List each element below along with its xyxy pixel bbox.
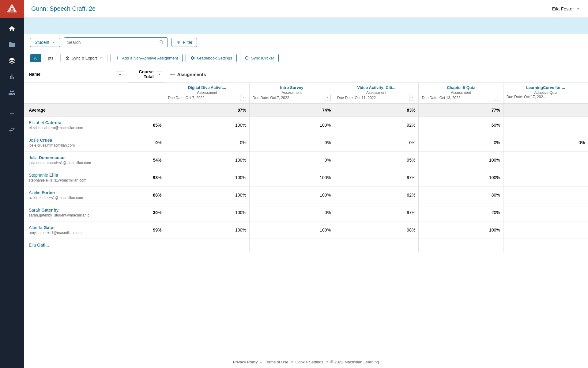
copyright-text: © 2022 Macmillan Learning — [330, 360, 379, 364]
student-course-total: 30% — [128, 204, 165, 221]
student-val-4 — [503, 221, 588, 239]
student-val-4 — [503, 169, 588, 186]
terms-of-use-link[interactable]: Terms of Use — [265, 360, 288, 364]
app-logo[interactable] — [0, 0, 24, 18]
privacy-policy-link[interactable]: Privacy Policy — [233, 360, 258, 364]
student-val-4 — [503, 116, 588, 134]
percent-button[interactable]: % — [30, 54, 41, 62]
gradebook-table: Name Course Total — [24, 66, 588, 252]
student-name-cell: Stephanie Ellisstephanie.ellis+s1@macmil… — [24, 169, 128, 186]
cookie-settings-link[interactable]: Cookie Settings — [296, 360, 323, 364]
student-val-3: 0% — [419, 134, 503, 151]
student-email: julia.domenicucci+s1@macmillan.com — [29, 161, 123, 165]
sidebar-item-layers[interactable] — [0, 53, 24, 69]
student-row: Stephanie Ellisstephanie.ellis+s1@macmil… — [24, 169, 588, 186]
sidebar-item-chart[interactable] — [0, 69, 24, 85]
avg-val-4 — [503, 104, 588, 117]
assignment-1-due: Due Date: Oct 7, 2022 — [253, 96, 289, 100]
student-val-2: 97% — [334, 204, 419, 221]
student-val-1: 100% — [249, 186, 334, 204]
student-name-cell: Alberta Gatoramy.haines+s1@macmillan.com — [24, 221, 128, 239]
sync-export-button[interactable]: Sync & Export — [60, 54, 107, 62]
student-val-0: 100% — [165, 116, 249, 134]
student-val-1: 0% — [249, 204, 334, 221]
student-dropdown-button[interactable]: Student — [30, 38, 60, 47]
sync-iclicker-button[interactable]: Sync iClicker — [240, 54, 279, 62]
avg-val-1: 74% — [249, 104, 334, 117]
add-assignment-button[interactable]: Add a Non-Achieve Assignment — [111, 54, 183, 62]
student-name-cell: Josie Crueajosie.cruea@macmillan.com — [24, 134, 128, 151]
student-first: Eila — [29, 243, 36, 247]
search-input[interactable] — [67, 40, 156, 45]
student-first: Julia — [29, 155, 38, 160]
user-menu[interactable]: Eila Foster — [552, 6, 581, 11]
assignment-1-sort-button[interactable] — [325, 95, 331, 101]
course-total-sort-button[interactable] — [157, 71, 162, 77]
assignment-0-type: Assessment — [168, 90, 246, 95]
student-val-0 — [165, 239, 249, 252]
assignment-4-title: LearningCurve for ... — [507, 85, 585, 90]
sidebar-item-people[interactable] — [0, 85, 24, 101]
add-icon — [115, 56, 120, 60]
student-course-total — [128, 239, 165, 252]
assignment-2-sort-button[interactable] — [409, 95, 415, 101]
filter-button[interactable]: Filter — [172, 38, 197, 47]
student-course-total: 98% — [128, 169, 165, 186]
sidebar-item-transfer[interactable] — [0, 122, 24, 138]
student-val-4 — [503, 151, 588, 169]
sidebar-item-add[interactable] — [0, 106, 24, 122]
student-val-3: 100% — [419, 221, 503, 239]
student-val-2: 62% — [334, 186, 419, 204]
student-last: Ellis — [49, 173, 58, 178]
assignment-col-2: Video Activity: Citi... Assessment Due D… — [334, 82, 419, 104]
student-course-total: 85% — [128, 116, 165, 134]
student-val-4: 0% — [503, 134, 588, 151]
student-row: Julia Domenicuccijulia.domenicucci+s1@ma… — [24, 151, 588, 169]
student-label: Student — [35, 40, 49, 45]
student-val-3: 60% — [419, 116, 503, 134]
student-last: Gator — [43, 225, 55, 230]
settings-icon — [190, 56, 195, 60]
student-first: Josie — [29, 138, 39, 143]
student-val-2: 92% — [334, 116, 419, 134]
assignment-col-0: Digital Dive Activit... Assessment Due D… — [165, 82, 249, 104]
student-val-1: 0% — [249, 151, 334, 169]
student-val-2: 0% — [334, 134, 419, 151]
name-sort-button[interactable] — [117, 71, 123, 77]
assignment-0-sort-button[interactable] — [240, 95, 246, 101]
gradebook-settings-button[interactable]: Gradebook Settings — [186, 54, 237, 62]
sort-icon — [326, 96, 330, 100]
points-button[interactable]: pts — [44, 54, 57, 62]
sort-icon — [158, 72, 161, 76]
gradebook-table-wrapper: Name Course Total — [24, 66, 588, 356]
student-row: Sarah Gatenbysarah.gatenby+student@macmi… — [24, 204, 588, 221]
student-email: stephanie.ellis+s1@macmillan.com — [29, 178, 123, 182]
assignment-0-due: Due Date: Oct 7, 2022 — [168, 96, 205, 100]
student-course-total: 54% — [128, 151, 165, 169]
search-icon — [159, 40, 164, 45]
student-val-1: 100% — [249, 221, 334, 239]
search-box — [64, 37, 168, 47]
main-content: Gunn: Speech Craft, 2e Eila Foster Stude… — [24, 0, 588, 368]
assignment-3-sort-button[interactable] — [494, 95, 500, 101]
assignments-label: Assignments — [177, 72, 206, 77]
student-course-total: 99% — [128, 221, 165, 239]
student-last: Domenicucci — [39, 155, 66, 160]
avg-course-total — [128, 104, 165, 117]
student-val-2: 95% — [334, 151, 419, 169]
avg-val-0: 87% — [165, 104, 249, 117]
sidebar-item-home[interactable] — [0, 21, 24, 37]
student-val-0: 100% — [165, 186, 249, 204]
student-row: Alberta Gatoramy.haines+s1@macmillan.com… — [24, 221, 588, 239]
student-first: Stephanie — [29, 173, 48, 178]
student-course-total: 0% — [128, 134, 165, 151]
student-first: Azelie — [29, 190, 40, 195]
avg-val-3: 77% — [419, 104, 503, 117]
avg-val-2: 83% — [334, 104, 419, 117]
sort-icon — [118, 72, 122, 76]
student-email: azelie.fortier+s1@macmillan.com — [29, 196, 123, 200]
collapse-assignments-icon[interactable]: — — [170, 71, 175, 77]
chevron-down-icon — [576, 6, 581, 11]
student-name-cell: Sarah Gatenbysarah.gatenby+student@macmi… — [24, 204, 128, 221]
sidebar-item-folder[interactable] — [0, 37, 24, 53]
